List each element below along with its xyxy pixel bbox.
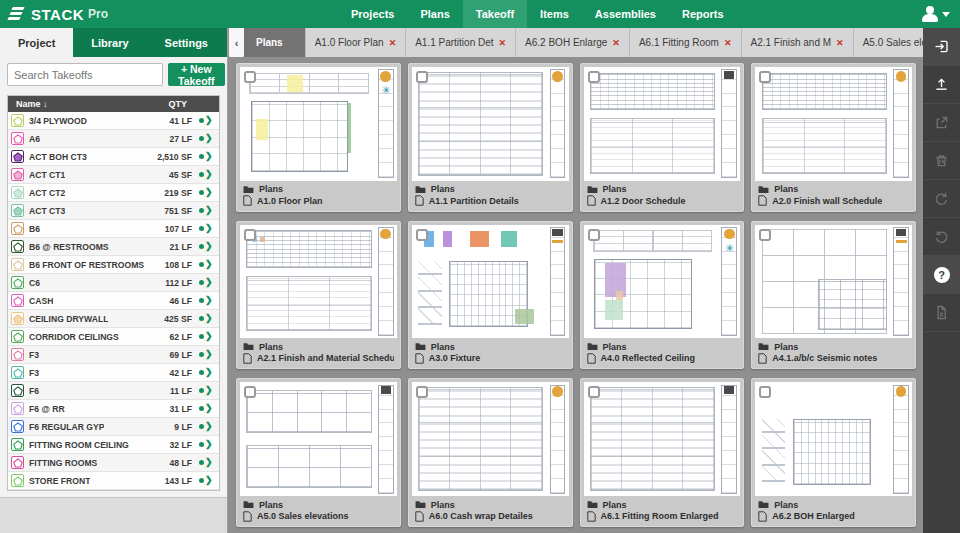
plan-thumbnail[interactable] <box>412 225 569 339</box>
plan-thumbnail[interactable] <box>412 67 569 181</box>
close-tab-icon[interactable]: ✕ <box>724 38 732 48</box>
plan-card-a1-2-door-schedule[interactable]: PlansA1.2 Door Schedule <box>580 63 745 212</box>
plan-card-a4-1-a-b-c-seismic-notes[interactable]: PlansA4.1.a/b/c Seismic notes <box>751 221 916 370</box>
takeoff-row[interactable]: F369 LF❯ <box>8 346 219 364</box>
plan-select-checkbox[interactable] <box>416 229 428 241</box>
nav-item-assemblies[interactable]: Assemblies <box>582 0 669 28</box>
plan-card-a3-0-fixture[interactable]: PlansA3.0 Fixture <box>408 221 573 370</box>
go-to-takeoff-icon[interactable]: ❯ <box>199 116 215 125</box>
plan-select-checkbox[interactable] <box>416 386 428 398</box>
go-to-takeoff-icon[interactable]: ❯ <box>199 368 215 377</box>
takeoff-list-header[interactable]: Name ↓ QTY <box>8 96 219 112</box>
qty-column-header[interactable]: QTY <box>168 99 187 109</box>
close-tab-icon[interactable]: ✕ <box>836 38 844 48</box>
plan-thumbnail[interactable] <box>240 225 397 339</box>
doc-tab-plans[interactable]: Plans <box>244 28 306 57</box>
share-icon[interactable] <box>923 104 960 142</box>
takeoff-row[interactable]: ACT BOH CT32,510 SF❯ <box>8 148 219 166</box>
plan-select-checkbox[interactable] <box>588 229 600 241</box>
go-to-takeoff-icon[interactable]: ❯ <box>199 332 215 341</box>
help-icon[interactable]: ? <box>923 256 960 294</box>
plan-card-a6-0-cash-wrap-detailes[interactable]: PlansA6.0 Cash wrap Detailes <box>408 378 573 527</box>
pdf-icon[interactable] <box>923 294 960 332</box>
sidebar-tab-project[interactable]: Project <box>0 28 73 57</box>
doc-tab-a1-1-partition-det[interactable]: A1.1 Partition Det✕ <box>406 28 516 57</box>
search-takeoffs-input[interactable] <box>7 63 163 86</box>
takeoff-row[interactable]: B6 FRONT OF RESTROOMS108 LF❯ <box>8 256 219 274</box>
plan-card-a4-0-reflected-ceiling[interactable]: ✳PlansA4.0 Reflected Ceiling <box>580 221 745 370</box>
takeoff-row[interactable]: ACT CT3751 SF❯ <box>8 202 219 220</box>
nav-item-reports[interactable]: Reports <box>669 0 737 28</box>
takeoff-row[interactable]: C6112 LF❯ <box>8 274 219 292</box>
plan-select-checkbox[interactable] <box>759 71 771 83</box>
nav-item-plans[interactable]: Plans <box>407 0 462 28</box>
go-to-takeoff-icon[interactable]: ❯ <box>199 278 215 287</box>
takeoff-row[interactable]: ACT CT145 SF❯ <box>8 166 219 184</box>
go-to-takeoff-icon[interactable]: ❯ <box>199 170 215 179</box>
takeoff-row[interactable]: F342 LF❯ <box>8 364 219 382</box>
plan-card-a6-2-boh-enlarged[interactable]: PlansA6.2 BOH Enlarged <box>751 378 916 527</box>
takeoff-row[interactable]: CASH46 LF❯ <box>8 292 219 310</box>
plan-select-checkbox[interactable] <box>759 229 771 241</box>
name-column-header[interactable]: Name ↓ <box>16 99 48 109</box>
takeoff-row[interactable]: A627 LF❯ <box>8 130 219 148</box>
close-tab-icon[interactable]: ✕ <box>612 38 620 48</box>
doc-tab-a1-0-floor-plan[interactable]: A1.0 Floor Plan✕ <box>306 28 406 57</box>
go-to-takeoff-icon[interactable]: ❯ <box>199 224 215 233</box>
plan-card-a5-0-sales-elevations[interactable]: PlansA5.0 Sales elevations <box>236 378 401 527</box>
go-to-takeoff-icon[interactable]: ❯ <box>199 134 215 143</box>
new-takeoff-button[interactable]: + New Takeoff <box>168 63 225 86</box>
go-to-takeoff-icon[interactable]: ❯ <box>199 314 215 323</box>
plan-card-a2-1-finish-and-material-schedule[interactable]: PlansA2.1 Finish and Material Schedule <box>236 221 401 370</box>
go-to-takeoff-icon[interactable]: ❯ <box>199 152 215 161</box>
takeoff-row[interactable]: CEILING DRYWALL425 SF❯ <box>8 310 219 328</box>
redo-icon[interactable] <box>923 180 960 218</box>
plan-card-a1-0-floor-plan[interactable]: ✳PlansA1.0 Floor Plan <box>236 63 401 212</box>
go-to-takeoff-icon[interactable]: ❯ <box>199 188 215 197</box>
takeoff-row[interactable]: F6 REGULAR GYP9 LF❯ <box>8 418 219 436</box>
plan-select-checkbox[interactable] <box>759 386 771 398</box>
nav-item-projects[interactable]: Projects <box>338 0 407 28</box>
trash-icon[interactable] <box>923 142 960 180</box>
upload-icon[interactable] <box>923 66 960 104</box>
tab-scroll-left-button[interactable]: ‹ <box>229 28 244 57</box>
close-tab-icon[interactable]: ✕ <box>499 38 507 48</box>
takeoff-row[interactable]: 3/4 PLYWOOD41 LF❯ <box>8 112 219 130</box>
takeoff-row[interactable]: STORE FRONT143 LF❯ <box>8 472 219 490</box>
go-to-takeoff-icon[interactable]: ❯ <box>199 458 215 467</box>
plan-card-a6-1-fitting-room-enlarged[interactable]: PlansA6.1 Fitting Room Enlarged <box>580 378 745 527</box>
go-to-takeoff-icon[interactable]: ❯ <box>199 242 215 251</box>
plan-thumbnail[interactable] <box>412 382 569 496</box>
sidebar-tab-library[interactable]: Library <box>73 28 146 57</box>
takeoff-row[interactable]: FITTING ROOM CEILING32 LF❯ <box>8 436 219 454</box>
nav-item-takeoff[interactable]: Takeoff <box>463 0 527 28</box>
doc-tab-a2-1-finish-and-m[interactable]: A2.1 Finish and M✕ <box>742 28 854 57</box>
go-to-takeoff-icon[interactable]: ❯ <box>199 440 215 449</box>
go-to-takeoff-icon[interactable]: ❯ <box>199 386 215 395</box>
user-menu[interactable] <box>921 6 960 22</box>
go-to-takeoff-icon[interactable]: ❯ <box>199 404 215 413</box>
plan-select-checkbox[interactable] <box>244 386 256 398</box>
doc-tab-a6-1-fitting-room[interactable]: A6.1 Fitting Room✕ <box>630 28 742 57</box>
go-to-takeoff-icon[interactable]: ❯ <box>199 422 215 431</box>
go-to-takeoff-icon[interactable]: ❯ <box>199 476 215 485</box>
plan-select-checkbox[interactable] <box>244 71 256 83</box>
takeoff-row[interactable]: F6 @ RR31 LF❯ <box>8 400 219 418</box>
plan-card-a2-0-finish-wall-schedule[interactable]: PlansA2.0 Finish wall Schedule <box>751 63 916 212</box>
nav-item-items[interactable]: Items <box>527 0 582 28</box>
plan-select-checkbox[interactable] <box>588 386 600 398</box>
undo-icon[interactable] <box>923 218 960 256</box>
plan-select-checkbox[interactable] <box>416 71 428 83</box>
go-to-takeoff-icon[interactable]: ❯ <box>199 296 215 305</box>
go-to-takeoff-icon[interactable]: ❯ <box>199 206 215 215</box>
plan-thumbnail[interactable] <box>755 67 912 181</box>
takeoff-row[interactable]: FITTING ROOMS48 LF❯ <box>8 454 219 472</box>
plan-card-a1-1-partition-details[interactable]: PlansA1.1 Partition Details <box>408 63 573 212</box>
plan-select-checkbox[interactable] <box>244 229 256 241</box>
go-to-takeoff-icon[interactable]: ❯ <box>199 350 215 359</box>
plan-thumbnail[interactable]: ✳ <box>240 67 397 181</box>
go-to-takeoff-icon[interactable]: ❯ <box>199 260 215 269</box>
takeoff-row[interactable]: CORRIDOR CEILINGS62 LF❯ <box>8 328 219 346</box>
plan-select-checkbox[interactable] <box>588 71 600 83</box>
close-tab-icon[interactable]: ✕ <box>389 38 397 48</box>
